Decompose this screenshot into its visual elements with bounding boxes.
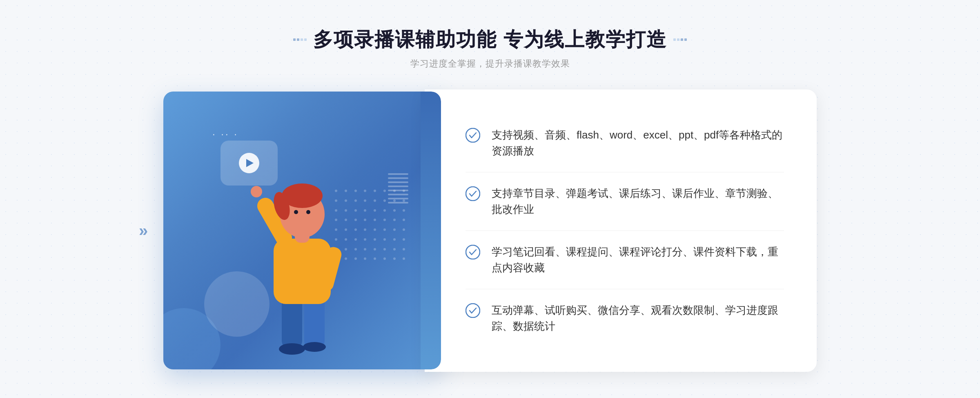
feature-item-3: 学习笔记回看、课程提问、课程评论打分、课件资料下载，重点内容收藏 — [466, 231, 784, 289]
right-title-decorator — [673, 38, 687, 41]
svg-point-2 — [279, 343, 305, 355]
svg-point-15 — [466, 187, 480, 201]
features-panel: 支持视频、音频、flash、word、excel、ppt、pdf等各种格式的资源… — [425, 89, 817, 372]
bubble-decoration-dots — [212, 128, 238, 140]
page-wrapper: 多项录播课辅助功能 专为线上教学打造 学习进度全掌握，提升录播课教学效果 » — [0, 27, 980, 372]
svg-point-17 — [466, 304, 480, 318]
svg-point-14 — [466, 128, 480, 142]
title-row: 多项录播课辅助功能 专为线上教学打造 — [293, 27, 686, 53]
subtitle: 学习进度全掌握，提升录播课教学效果 — [410, 58, 570, 70]
check-icon-4 — [466, 303, 480, 318]
svg-point-3 — [303, 342, 326, 352]
check-icon-1 — [466, 128, 480, 143]
illustration-card — [163, 92, 441, 369]
feature-item-4: 互动弹幕、试听购买、微信分享、观看次数限制、学习进度跟踪、数据统计 — [466, 289, 784, 347]
feature-item-2: 支持章节目录、弹题考试、课后练习、课后作业、章节测验、批改作业 — [466, 172, 784, 231]
svg-point-13 — [251, 186, 262, 197]
header-section: 多项录播课辅助功能 专为线上教学打造 学习进度全掌握，提升录播课教学效果 — [293, 27, 686, 70]
svg-point-11 — [294, 210, 298, 214]
feature-text-2: 支持章节目录、弹题考试、课后练习、课后作业、章节测验、批改作业 — [492, 186, 784, 217]
check-icon-3 — [466, 245, 480, 259]
blue-side-bar — [421, 92, 441, 369]
feature-text-3: 学习笔记回看、课程提问、课程评论打分、课件资料下载，重点内容收藏 — [492, 244, 784, 276]
svg-point-12 — [306, 210, 310, 214]
feature-item-1: 支持视频、音频、flash、word、excel、ppt、pdf等各种格式的资源… — [466, 114, 784, 172]
person-illustration — [233, 165, 372, 369]
content-area: » — [163, 89, 817, 372]
check-icon-2 — [466, 186, 480, 201]
feature-text-4: 互动弹幕、试听购买、微信分享、观看次数限制、学习进度跟踪、数据统计 — [492, 302, 784, 334]
left-arrow-decoration: » — [139, 221, 148, 240]
svg-point-16 — [466, 245, 480, 259]
main-title: 多项录播课辅助功能 专为线上教学打造 — [313, 27, 666, 53]
feature-text-1: 支持视频、音频、flash、word、excel、ppt、pdf等各种格式的资源… — [492, 127, 784, 159]
left-title-decorator — [293, 38, 307, 41]
